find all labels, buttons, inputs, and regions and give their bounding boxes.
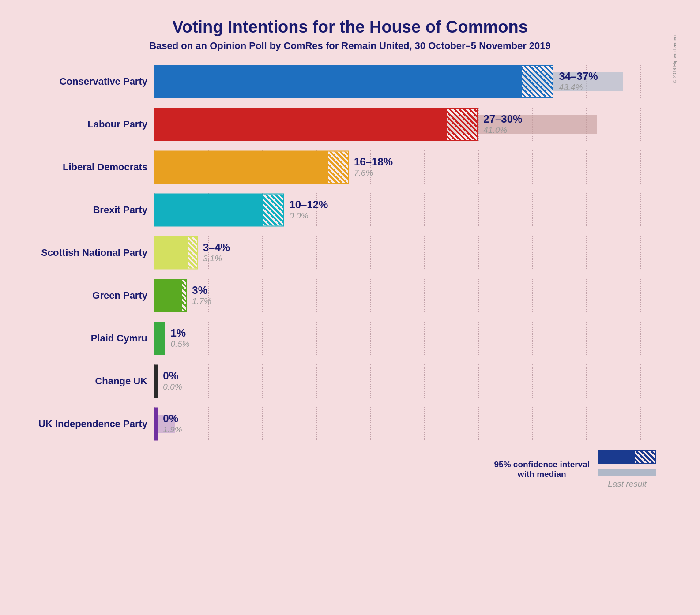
bar-container: 1%0.5% xyxy=(154,322,682,355)
solid-bar xyxy=(154,150,327,184)
hatched-bar xyxy=(181,279,187,312)
bar-container: 10–12%0.0% xyxy=(154,193,682,226)
bar-row: Liberal Democrats16–18%7.6% xyxy=(18,150,682,184)
chart-area: Conservative Party34–37%43.4%Labour Part… xyxy=(18,65,682,440)
hatched-bar xyxy=(521,65,553,98)
chart-subtitle: Based on an Opinion Poll by ComRes for R… xyxy=(18,40,682,52)
solid-bar xyxy=(154,193,262,226)
last-result-label: 0.0% xyxy=(163,382,182,393)
hatched-bar xyxy=(262,193,284,226)
last-result-label: 0.0% xyxy=(289,211,328,221)
legend-last-bar xyxy=(598,469,656,476)
hatched-bar xyxy=(327,150,349,184)
party-label: Conservative Party xyxy=(18,76,154,87)
legend-bars: Last result xyxy=(598,450,656,489)
party-label: Scottish National Party xyxy=(18,247,154,259)
hatched-bar xyxy=(446,108,478,141)
legend-area: 95% confidence intervalwith median Last … xyxy=(18,450,682,489)
solid-bar xyxy=(154,279,181,312)
bar-label-group: 27–30%41.0% xyxy=(483,113,522,136)
bar-row: Green Party3%1.7% xyxy=(18,279,682,312)
party-label: Plaid Cymru xyxy=(18,333,154,344)
bar-row: Plaid Cymru1%0.5% xyxy=(18,322,682,355)
last-result-label: 41.0% xyxy=(483,126,522,136)
bar-row: Brexit Party10–12%0.0% xyxy=(18,193,682,226)
bar-label-group: 3–4%3.1% xyxy=(203,241,230,264)
party-label: Green Party xyxy=(18,290,154,301)
bar-container: 16–18%7.6% xyxy=(154,150,682,184)
range-label: 0% xyxy=(163,412,182,425)
bar-label-group: 16–18%7.6% xyxy=(354,156,393,179)
last-result-label: 3.1% xyxy=(203,254,230,264)
party-label: Brexit Party xyxy=(18,204,154,216)
range-label: 1% xyxy=(170,327,189,340)
range-label: 10–12% xyxy=(289,199,328,211)
legend-solid-part xyxy=(598,450,634,464)
last-result-label: 43.4% xyxy=(559,83,598,93)
bar-container: 34–37%43.4% xyxy=(154,65,682,98)
party-label: Labour Party xyxy=(18,119,154,130)
party-label: Change UK xyxy=(18,375,154,387)
bar-row: UK Independence Party0%1.9% xyxy=(18,407,682,440)
bar-container: 3%1.7% xyxy=(154,279,682,312)
last-result-label: 7.6% xyxy=(354,169,393,179)
range-label: 16–18% xyxy=(354,156,393,169)
range-label: 27–30% xyxy=(483,113,522,126)
bar-row: Conservative Party34–37%43.4% xyxy=(18,65,682,98)
bar-label-group: 34–37%43.4% xyxy=(559,70,598,93)
bar-row: Change UK0%0.0% xyxy=(18,364,682,398)
legend-last-label: Last result xyxy=(598,479,656,489)
last-result-label: 1.9% xyxy=(163,425,182,435)
hatched-bar xyxy=(163,322,166,355)
party-label: UK Independence Party xyxy=(18,418,154,430)
bar-label-group: 3%1.7% xyxy=(192,284,211,307)
bar-row: Labour Party27–30%41.0% xyxy=(18,108,682,141)
bar-container: 0%0.0% xyxy=(154,364,682,398)
last-result-label: 1.7% xyxy=(192,297,211,307)
range-label: 3% xyxy=(192,284,211,297)
bar-row: Scottish National Party3–4%3.1% xyxy=(18,236,682,269)
solid-bar xyxy=(154,236,187,269)
bar-label-group: 0%1.9% xyxy=(163,412,182,435)
bar-container: 27–30%41.0% xyxy=(154,108,682,141)
bar-container: 0%1.9% xyxy=(154,407,682,440)
hatched-bar xyxy=(187,236,197,269)
range-label: 3–4% xyxy=(203,241,230,254)
legend-confidence-bar xyxy=(598,450,656,464)
range-label: 0% xyxy=(163,370,182,382)
bar-container: 3–4%3.1% xyxy=(154,236,682,269)
chart-title: Voting Intentions for the House of Commo… xyxy=(18,18,682,37)
range-label: 34–37% xyxy=(559,70,598,83)
bar-label-group: 1%0.5% xyxy=(170,327,189,350)
solid-bar xyxy=(154,364,158,398)
legend-hatched-part xyxy=(634,450,656,464)
last-result-label: 0.5% xyxy=(170,340,189,350)
legend-title: 95% confidence intervalwith median xyxy=(494,460,590,479)
solid-bar xyxy=(154,108,446,141)
solid-bar xyxy=(154,407,158,440)
solid-bar xyxy=(154,65,521,98)
party-label: Liberal Democrats xyxy=(18,161,154,173)
bar-label-group: 0%0.0% xyxy=(163,370,182,393)
solid-bar xyxy=(154,322,163,355)
bar-label-group: 10–12%0.0% xyxy=(289,199,328,221)
